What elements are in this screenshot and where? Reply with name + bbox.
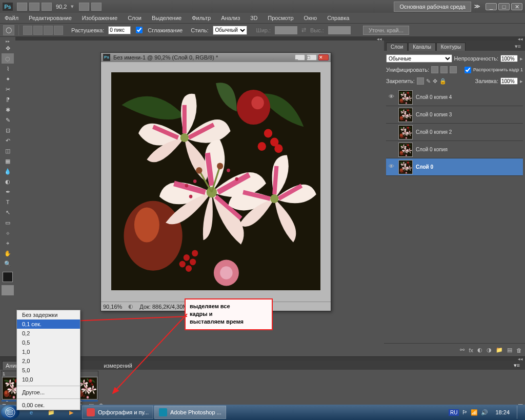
doc-close[interactable]: ✕ (318, 54, 329, 61)
move-tool[interactable]: ✥ (2, 43, 14, 53)
3d-camera-tool[interactable]: ⌖ (2, 238, 14, 248)
visibility-toggle[interactable]: 👁 (387, 93, 395, 102)
document-canvas[interactable] (111, 72, 320, 290)
close-button[interactable]: ✕ (511, 3, 522, 10)
selection-subtract-icon[interactable] (44, 26, 53, 35)
screenmode-icon[interactable] (91, 3, 102, 11)
menu-nodelay[interactable]: Без задержки (17, 310, 80, 319)
menu-filter[interactable]: Фильтр (190, 14, 213, 22)
brush-tool[interactable]: ✎ (2, 115, 14, 125)
maximize-button[interactable]: □ (498, 3, 510, 10)
opacity-input[interactable] (500, 55, 518, 62)
menu-05s[interactable]: 0,5 (17, 338, 80, 347)
lang-indicator[interactable]: RU (449, 409, 459, 416)
stamp-tool[interactable]: ⊡ (2, 125, 14, 135)
antialias-checkbox[interactable] (136, 27, 143, 33)
quickmask-toggle[interactable] (2, 285, 14, 295)
layer-name[interactable]: Слой 0 копия 2 (416, 129, 452, 135)
lasso-tool[interactable]: ⌇ (2, 64, 14, 74)
blur-tool[interactable]: 💧 (2, 166, 14, 176)
crop-tool[interactable]: ✂ (2, 84, 14, 94)
extras-icon[interactable] (42, 3, 52, 11)
gradient-tool[interactable]: ▦ (2, 156, 14, 166)
heal-tool[interactable]: ✱ (2, 105, 14, 115)
wand-tool[interactable]: ✦ (2, 74, 14, 84)
new-layer-icon[interactable]: ▤ (507, 347, 512, 353)
menu-view[interactable]: Просмотр (266, 14, 295, 22)
workspace-switcher[interactable]: Основная рабочая среда (394, 2, 471, 12)
menu-image[interactable]: Изображение (80, 14, 119, 22)
task-photoshop[interactable]: Adobe Photoshop ... (154, 406, 226, 419)
eraser-tool[interactable]: ◫ (2, 146, 14, 156)
minibridge-icon[interactable] (29, 3, 39, 11)
3d-object-tool[interactable]: ⟐ (2, 228, 14, 238)
selection-new-icon[interactable] (23, 26, 32, 35)
menu-3d[interactable]: 3D (248, 14, 259, 22)
layer-row[interactable]: 👁 Слой 0 (386, 158, 523, 176)
tray-network-icon[interactable]: 📶 (471, 409, 478, 416)
menu-5s[interactable]: 5,0 (17, 366, 80, 375)
status-docsize[interactable]: Док: 886,2K/4,30M (139, 304, 187, 310)
propagate-checkbox[interactable] (465, 67, 471, 73)
show-desktop[interactable] (517, 406, 521, 419)
minimize-button[interactable]: _ (486, 3, 497, 10)
panel-menu-icon[interactable]: ▾≡ (513, 42, 523, 51)
layer-thumb[interactable] (398, 160, 413, 174)
visibility-toggle[interactable] (387, 146, 395, 154)
menu-file[interactable]: Файл (3, 14, 21, 22)
trash-icon[interactable]: 🗑 (516, 347, 522, 353)
menu-edit[interactable]: Редактирование (27, 14, 74, 22)
titlebar-zoom[interactable]: 90,2 (56, 4, 67, 10)
shape-tool[interactable]: ▭ (2, 217, 14, 228)
blend-mode-select[interactable]: Обычные (386, 54, 452, 63)
unify-pos-icon[interactable] (431, 66, 438, 73)
menu-analysis[interactable]: Анализ (219, 14, 242, 22)
layer-name[interactable]: Слой 0 копия 3 (416, 112, 452, 117)
type-tool[interactable]: T (2, 197, 14, 207)
menu-2s[interactable]: 2,0 (17, 356, 80, 366)
lock-trans-icon[interactable] (417, 77, 424, 85)
menu-10s[interactable]: 10,0 (17, 375, 80, 384)
marquee-tool[interactable]: ◌ (2, 53, 14, 64)
feather-input[interactable] (108, 26, 131, 34)
layer-row[interactable]: Слой 0 копия (386, 141, 523, 158)
panel-collapse-r[interactable]: ◂◂ (384, 37, 525, 41)
layer-row[interactable]: 👁 Слой 0 копия 4 (386, 89, 523, 106)
menu-window[interactable]: Окно (302, 14, 319, 22)
fill-input[interactable] (500, 77, 518, 85)
menu-help[interactable]: Справка (325, 14, 351, 22)
menu-02s[interactable]: 0,2 (17, 329, 80, 338)
tray-flag-icon[interactable]: 🏳 (462, 409, 468, 415)
layer-name[interactable]: Слой 0 (416, 164, 433, 170)
eyedropper-tool[interactable]: ⁋ (2, 94, 14, 105)
visibility-toggle[interactable]: 👁 (387, 163, 395, 171)
tool-preset-icon[interactable]: ◯ (3, 25, 14, 35)
doc-minimize[interactable]: _ (295, 54, 305, 61)
menu-layer[interactable]: Слои (126, 14, 144, 22)
path-tool[interactable]: ↖ (2, 207, 14, 217)
zoom-tool[interactable]: 🔍 (2, 258, 14, 269)
color-swatch[interactable] (3, 272, 13, 282)
unify-vis-icon[interactable] (440, 66, 448, 73)
history-brush-tool[interactable]: ↶ (2, 135, 14, 146)
unify-style-icon[interactable] (450, 66, 457, 73)
hand-tool[interactable]: ✋ (2, 248, 14, 258)
link-layers-icon[interactable]: ⚯ (460, 347, 465, 353)
clock[interactable]: 18:24 (495, 409, 510, 415)
doc-maximize[interactable]: □ (307, 54, 317, 61)
tab-timeline[interactable]: измерений (102, 362, 134, 370)
layer-row[interactable]: Слой 0 копия 2 (386, 124, 523, 141)
pen-tool[interactable]: ✒ (2, 187, 14, 197)
layer-thumb[interactable] (398, 125, 413, 139)
refine-edge-button[interactable]: Уточн. край... (363, 26, 409, 35)
selection-intersect-icon[interactable] (54, 26, 63, 35)
layer-thumb[interactable] (398, 90, 413, 105)
menu-000s[interactable]: 0,00 сек. (17, 401, 80, 410)
menu-select[interactable]: Выделение (150, 14, 184, 22)
tab-layers[interactable]: Слои (386, 43, 408, 51)
group-icon[interactable]: 📁 (496, 347, 503, 353)
layer-row[interactable]: Слой 0 копия 3 (386, 106, 523, 124)
document-titlebar[interactable]: Ps Без имени-1 @ 90,2% (Слой 0, RGB/8) *… (101, 53, 331, 62)
workspace-more-icon[interactable]: ≫ (474, 3, 480, 10)
panel-collapse[interactable]: ◂◂ (15, 37, 384, 41)
